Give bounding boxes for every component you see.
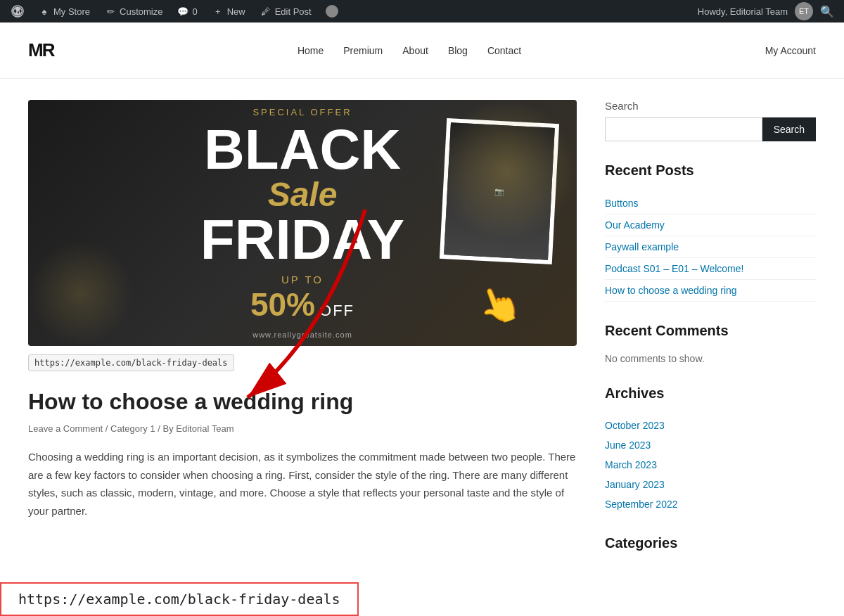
comment-icon: 💬 — [177, 5, 189, 18]
adminbar-search-icon[interactable]: 🔍 — [816, 5, 838, 18]
sidebar-search-label: Search — [605, 100, 816, 112]
meta-leave-comment[interactable]: Leave a Comment — [28, 423, 103, 434]
archive-oct-2023[interactable]: October 2023 — [605, 420, 665, 431]
list-item: January 2023 — [605, 475, 816, 494]
article-hero: SPECIAL OFFER BLACK Sale FRIDAY UP TO 50… — [28, 100, 577, 346]
site-nav: Home Premium About Blog Contact — [298, 45, 521, 56]
recent-posts-title: Recent Posts — [605, 162, 816, 183]
adminbar-my-store-label: My Store — [53, 6, 90, 17]
archive-sep-2022[interactable]: September 2022 — [605, 499, 678, 510]
adminbar-edit-post-label: Edit Post — [275, 6, 312, 17]
hero-photo: 📷 — [440, 118, 559, 264]
categories-section: Categories — [605, 535, 816, 551]
adminbar-customize-label: Customize — [120, 6, 162, 17]
adminbar-comments[interactable]: 💬 0 — [171, 0, 203, 23]
store-icon: ♠ — [38, 5, 51, 18]
url-tooltip-text: https://example.com/black-friday-deals — [28, 354, 234, 371]
recent-posts-list: Buttons Our Academy Paywall example Podc… — [605, 193, 816, 302]
list-item: June 2023 — [605, 435, 816, 455]
archive-jun-2023[interactable]: June 2023 — [605, 439, 651, 451]
hero-url-text: www.reallygreatsite.com — [200, 331, 404, 339]
list-item: Buttons — [605, 193, 816, 214]
recent-posts-section: Recent Posts Buttons Our Academy Paywall… — [605, 162, 816, 302]
edit-icon: ✏ — [104, 5, 117, 18]
adminbar-new-label: New — [227, 6, 245, 17]
adminbar-edit-post[interactable]: 🖉 Edit Post — [254, 0, 317, 23]
article-content: How to choose a wedding ring Leave a Com… — [28, 374, 577, 534]
list-item: Paywall example — [605, 236, 816, 258]
meta-category[interactable]: Category 1 — [110, 423, 155, 434]
recent-comments-title: Recent Comments — [605, 323, 816, 343]
article-body: Choosing a wedding ring is an important … — [28, 448, 577, 520]
hero-special-offer-text: SPECIAL OFFER — [200, 107, 404, 117]
search-input[interactable] — [605, 117, 762, 141]
site-header: MR Home Premium About Blog Contact My Ac… — [0, 23, 844, 79]
nav-premium[interactable]: Premium — [343, 45, 383, 56]
archive-jan-2023[interactable]: January 2023 — [605, 479, 665, 490]
hero-off-text: OFF — [319, 302, 354, 320]
hero-hand-icon: 👆 — [471, 278, 526, 331]
list-item: Podcast S01 – E01 – Welcome! — [605, 258, 816, 280]
site-logo: MR — [28, 39, 53, 61]
nav-account[interactable]: My Account — [765, 45, 816, 56]
hero-black-text: BLACK — [200, 122, 404, 178]
main-layout: SPECIAL OFFER BLACK Sale FRIDAY UP TO 50… — [14, 79, 830, 582]
list-item: September 2022 — [605, 494, 816, 514]
adminbar-customize[interactable]: ✏ Customize — [98, 0, 168, 23]
hero-photo-inner: 📷 — [444, 122, 555, 259]
archives-title: Archives — [605, 385, 816, 406]
hero-friday-text: FRIDAY — [200, 212, 404, 268]
adminbar-new[interactable]: + New — [206, 0, 251, 23]
nav-home[interactable]: Home — [298, 45, 324, 56]
search-button[interactable]: Search — [762, 117, 816, 141]
bottom-url-bar: https://example.com/black-friday-deals — [0, 582, 359, 616]
edit-post-icon: 🖉 — [260, 5, 272, 18]
bottom-url-text: https://example.com/black-friday-deals — [18, 591, 340, 608]
post-link-buttons[interactable]: Buttons — [605, 198, 638, 209]
list-item: October 2023 — [605, 416, 816, 435]
hero-up-to-text: UP TO — [200, 274, 404, 285]
adminbar-wp-logo[interactable] — [6, 0, 30, 23]
active-icon — [326, 5, 338, 18]
wordpress-icon — [11, 5, 24, 18]
sidebar: Search Search Recent Posts Buttons Our A… — [605, 100, 816, 561]
adminbar-my-store[interactable]: ♠ My Store — [32, 0, 96, 23]
site-wrapper: MR Home Premium About Blog Contact My Ac… — [0, 23, 844, 616]
post-link-wedding[interactable]: How to choose a wedding ring — [605, 285, 737, 296]
list-item: How to choose a wedding ring — [605, 280, 816, 302]
archives-section: Archives October 2023 June 2023 March 20… — [605, 385, 816, 514]
avatar: ET — [795, 2, 813, 20]
recent-comments-section: Recent Comments No comments to show. — [605, 323, 816, 364]
nav-about[interactable]: About — [402, 45, 428, 56]
article-meta: Leave a Comment / Category 1 / By Editor… — [28, 423, 577, 434]
hero-sale-text: Sale — [200, 178, 404, 212]
adminbar-comments-count: 0 — [192, 6, 197, 17]
categories-title: Categories — [605, 535, 816, 551]
post-link-academy[interactable]: Our Academy — [605, 219, 665, 231]
post-link-podcast[interactable]: Podcast S01 – E01 – Welcome! — [605, 263, 743, 274]
sidebar-search-row: Search — [605, 117, 816, 141]
meta-author[interactable]: By Editorial Team — [163, 423, 234, 434]
adminbar-active[interactable] — [320, 0, 344, 23]
hero-container: SPECIAL OFFER BLACK Sale FRIDAY UP TO 50… — [28, 100, 577, 346]
admin-bar: ♠ My Store ✏ Customize 💬 0 + New 🖉 Edit … — [0, 0, 844, 23]
plus-icon: + — [212, 5, 224, 18]
article-title: How to choose a wedding ring — [28, 388, 577, 415]
archive-mar-2023[interactable]: March 2023 — [605, 459, 657, 470]
nav-blog[interactable]: Blog — [448, 45, 468, 56]
article-main: SPECIAL OFFER BLACK Sale FRIDAY UP TO 50… — [28, 100, 577, 561]
nav-contact[interactable]: Contact — [487, 45, 521, 56]
sidebar-search-widget: Search Search — [605, 100, 816, 141]
post-link-paywall[interactable]: Paywall example — [605, 241, 679, 252]
archives-list: October 2023 June 2023 March 2023 Januar… — [605, 416, 816, 514]
no-comments-text: No comments to show. — [605, 353, 816, 364]
url-tooltip-inline: https://example.com/black-friday-deals — [28, 349, 577, 371]
adminbar-howdy: Howdy, Editorial Team — [693, 6, 792, 17]
list-item: Our Academy — [605, 214, 816, 236]
list-item: March 2023 — [605, 455, 816, 475]
hero-percent-text: 50% — [250, 285, 315, 323]
